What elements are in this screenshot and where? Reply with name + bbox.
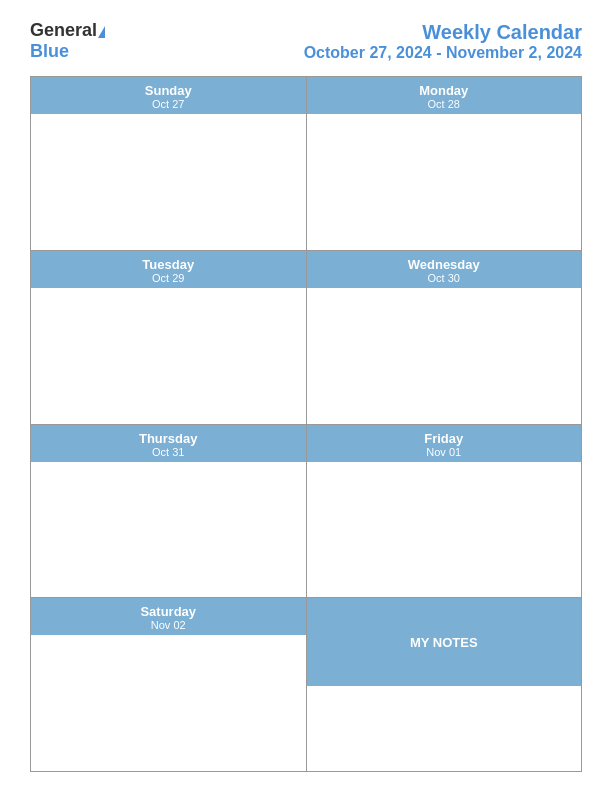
calendar-row-3: Thursday Oct 31 Friday Nov 01 bbox=[31, 425, 581, 599]
tuesday-content bbox=[31, 288, 306, 424]
my-notes-header: MY NOTES bbox=[307, 598, 582, 685]
my-notes-content bbox=[307, 686, 582, 771]
title-area: Weekly Calendar October 27, 2024 - Novem… bbox=[304, 21, 582, 62]
friday-header: Friday Nov 01 bbox=[307, 425, 582, 462]
friday-content bbox=[307, 462, 582, 598]
thursday-content bbox=[31, 462, 306, 598]
tuesday-name: Tuesday bbox=[35, 257, 302, 272]
day-thursday: Thursday Oct 31 bbox=[31, 425, 307, 598]
header: General Blue Weekly Calendar October 27,… bbox=[30, 20, 582, 62]
friday-date: Nov 01 bbox=[311, 446, 578, 458]
calendar-row-1: Sunday Oct 27 Monday Oct 28 bbox=[31, 77, 581, 251]
monday-header: Monday Oct 28 bbox=[307, 77, 582, 114]
sunday-content bbox=[31, 114, 306, 250]
wednesday-header: Wednesday Oct 30 bbox=[307, 251, 582, 288]
calendar-row-2: Tuesday Oct 29 Wednesday Oct 30 bbox=[31, 251, 581, 425]
calendar-grid: Sunday Oct 27 Monday Oct 28 Tuesday Oct … bbox=[30, 76, 582, 772]
monday-date: Oct 28 bbox=[311, 98, 578, 110]
day-sunday: Sunday Oct 27 bbox=[31, 77, 307, 250]
page: General Blue Weekly Calendar October 27,… bbox=[0, 0, 612, 792]
logo-general-text: General bbox=[30, 20, 97, 41]
monday-content bbox=[307, 114, 582, 250]
saturday-header: Saturday Nov 02 bbox=[31, 598, 306, 635]
tuesday-header: Tuesday Oct 29 bbox=[31, 251, 306, 288]
friday-name: Friday bbox=[311, 431, 578, 446]
calendar-date-range: October 27, 2024 - November 2, 2024 bbox=[304, 44, 582, 62]
saturday-name: Saturday bbox=[35, 604, 302, 619]
day-monday: Monday Oct 28 bbox=[307, 77, 582, 250]
monday-name: Monday bbox=[311, 83, 578, 98]
thursday-name: Thursday bbox=[35, 431, 302, 446]
saturday-date: Nov 02 bbox=[35, 619, 302, 631]
logo-text: General bbox=[30, 20, 105, 41]
logo-blue-text: Blue bbox=[30, 41, 69, 62]
sunday-date: Oct 27 bbox=[35, 98, 302, 110]
my-notes-label: MY NOTES bbox=[410, 635, 478, 650]
thursday-date: Oct 31 bbox=[35, 446, 302, 458]
sunday-name: Sunday bbox=[35, 83, 302, 98]
logo-triangle-icon bbox=[98, 26, 105, 38]
tuesday-date: Oct 29 bbox=[35, 272, 302, 284]
thursday-header: Thursday Oct 31 bbox=[31, 425, 306, 462]
day-saturday: Saturday Nov 02 bbox=[31, 598, 307, 771]
saturday-content bbox=[31, 635, 306, 771]
my-notes-block: MY NOTES bbox=[307, 598, 582, 771]
day-tuesday: Tuesday Oct 29 bbox=[31, 251, 307, 424]
sunday-header: Sunday Oct 27 bbox=[31, 77, 306, 114]
wednesday-date: Oct 30 bbox=[311, 272, 578, 284]
calendar-title: Weekly Calendar bbox=[304, 21, 582, 44]
wednesday-name: Wednesday bbox=[311, 257, 578, 272]
day-wednesday: Wednesday Oct 30 bbox=[307, 251, 582, 424]
calendar-row-4: Saturday Nov 02 MY NOTES bbox=[31, 598, 581, 771]
logo-area: General Blue bbox=[30, 20, 105, 62]
day-friday: Friday Nov 01 bbox=[307, 425, 582, 598]
wednesday-content bbox=[307, 288, 582, 424]
